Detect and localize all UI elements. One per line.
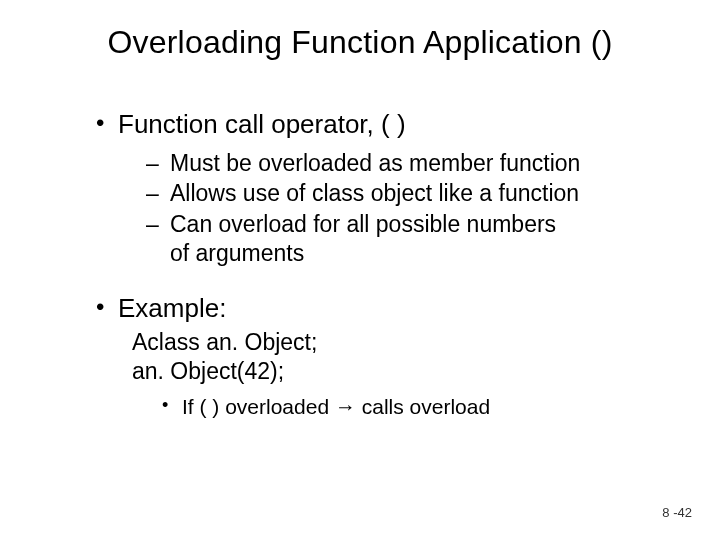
code-example: Aclass an. Object; an. Object(42); xyxy=(132,328,660,386)
arrow-icon: → xyxy=(335,395,356,418)
code-line: an. Object(42); xyxy=(132,357,660,386)
bullet-text: Example: xyxy=(118,293,226,323)
bullet-text: Function call operator, ( ) xyxy=(118,109,406,139)
bullet-text: calls overload xyxy=(356,395,490,418)
bullet-text: Allows use of class object like a functi… xyxy=(170,180,579,206)
bullet-item: Allows use of class object like a functi… xyxy=(132,179,660,208)
slide-title: Overloading Function Application () xyxy=(0,24,720,61)
code-line: Aclass an. Object; xyxy=(132,328,660,357)
bullet-text: If ( ) overloaded xyxy=(182,395,335,418)
bullet-item: If ( ) overloaded → calls overload xyxy=(132,394,660,420)
slide: Overloading Function Application () Func… xyxy=(0,0,720,540)
bullet-text: of arguments xyxy=(170,240,304,266)
bullet-list-lvl2: Must be overloaded as member function Al… xyxy=(118,149,660,268)
bullet-list-lvl3: If ( ) overloaded → calls overload xyxy=(118,394,660,420)
slide-number: 8 -42 xyxy=(662,505,692,520)
bullet-item: Function call operator, ( ) Must be over… xyxy=(96,108,660,268)
bullet-item: Can overload for all possible numbers of… xyxy=(132,210,660,268)
bullet-item: Example: Aclass an. Object; an. Object(4… xyxy=(96,292,660,420)
bullet-list-lvl1: Function call operator, ( ) Must be over… xyxy=(96,108,660,268)
bullet-text: Must be overloaded as member function xyxy=(170,150,580,176)
slide-body: Function call operator, ( ) Must be over… xyxy=(96,108,660,426)
bullet-text: Can overload for all possible numbers xyxy=(170,211,556,237)
bullet-list-lvl1: Example: Aclass an. Object; an. Object(4… xyxy=(96,292,660,420)
bullet-item: Must be overloaded as member function xyxy=(132,149,660,178)
